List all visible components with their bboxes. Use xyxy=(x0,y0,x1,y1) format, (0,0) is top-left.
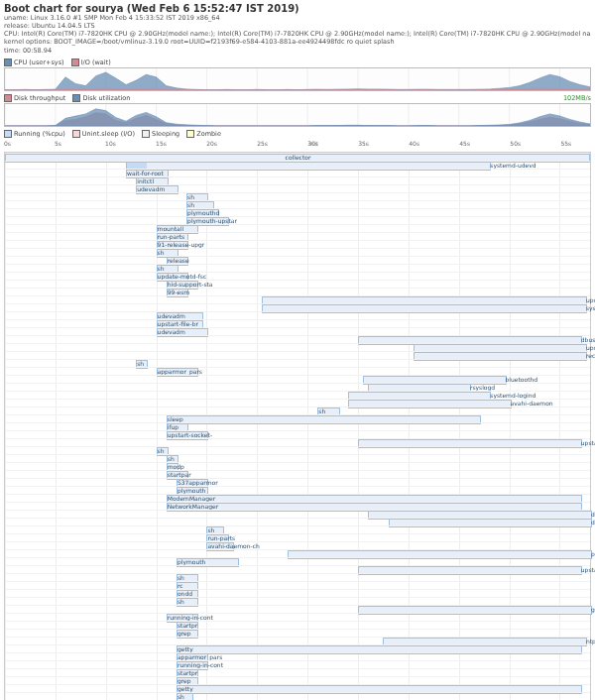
proc-label: startpr xyxy=(177,669,197,676)
gantt-row: systemd-logind xyxy=(5,391,590,399)
gantt-row: getty xyxy=(5,644,590,652)
proc-label: NetworkManager xyxy=(167,503,218,510)
proc-label: upstart-socket- xyxy=(580,566,595,573)
proc-label: running-in-cont xyxy=(167,614,213,621)
bootchart-header: Boot chart for sourya (Wed Feb 6 15:52:4… xyxy=(0,0,595,57)
proc-legend-run: Running (%cpu) xyxy=(14,130,65,138)
gantt-row: startpar xyxy=(5,470,590,478)
gantt-row: wait-for-root xyxy=(5,169,590,176)
time-axis: 0s5s10s15s20s25s30s35s40s45s50s55sinit xyxy=(4,140,591,150)
proc-label: grep xyxy=(177,677,191,684)
proc-label: ModemManager xyxy=(167,495,216,502)
gantt-row: running-in-cont xyxy=(5,613,590,621)
proc-legend-sleep: Sleeping xyxy=(152,130,179,138)
gantt-row: 91-release-upgr xyxy=(5,240,590,248)
proc-label: grep xyxy=(177,630,191,637)
gantt-row: bluetoothd xyxy=(5,375,590,383)
tick: 5s xyxy=(55,140,61,147)
gantt-row: dhclient xyxy=(5,510,590,518)
proc-label: getty xyxy=(177,645,193,652)
proc-label: upstart-file-br xyxy=(580,439,595,446)
proc-label: apparmor_pars xyxy=(157,368,202,375)
proc-label: plymouth xyxy=(177,487,206,494)
proc-label: dnsmasq xyxy=(590,519,595,525)
proc-label: sh xyxy=(317,408,325,414)
proc-label: systemd-logind xyxy=(489,392,536,399)
gantt-row: running-in-cont xyxy=(5,660,590,668)
disk-cap: 102MB/s xyxy=(563,94,591,102)
proc-label: rsyslogd xyxy=(469,384,495,391)
gantt-row-collector: collector xyxy=(5,153,590,161)
tick: 35s xyxy=(358,140,369,147)
proc-label: rc xyxy=(177,582,183,589)
proc-label: sleep xyxy=(167,415,183,422)
gantt-row: modp xyxy=(5,462,590,470)
proc-label: polkitd xyxy=(590,550,595,557)
gantt-row: hid-support-sta xyxy=(5,280,590,288)
proc-label: sh xyxy=(157,249,165,256)
proc-label: bluetoothd xyxy=(505,376,538,383)
gantt-row: upstart-d xyxy=(5,343,590,351)
gantt-row: run-parts xyxy=(5,232,590,240)
gantt-row: udevadm xyxy=(5,327,590,335)
proc-label: 99-esm xyxy=(167,289,189,295)
gantt-row: systemd-udevd xyxy=(5,303,590,311)
proc-label: upstart-udev-br xyxy=(585,296,595,303)
gantt-row: upstart-udev-br xyxy=(5,295,590,303)
gantt-row: rc xyxy=(5,581,590,589)
proc-label: 91-release-upgr xyxy=(157,241,205,248)
gantt-row: rsyslogd xyxy=(5,383,590,391)
proc-label: release xyxy=(167,257,189,264)
gantt-row: plymouth xyxy=(5,557,590,565)
proc-label: udevadm xyxy=(157,328,185,335)
proc-label: getty xyxy=(177,685,193,692)
proc-label: plymouthd xyxy=(186,209,219,216)
proc-label: mountall xyxy=(157,225,183,232)
tick: 45s xyxy=(459,140,470,147)
proc-label: upstart-socket- xyxy=(167,431,212,438)
gantt-row: sh xyxy=(5,200,590,208)
tick: 10s xyxy=(105,140,116,147)
gantt-row: NetworkManager xyxy=(5,502,590,510)
gantt-row: mountall xyxy=(5,224,590,232)
proc-label: ntpowerd xyxy=(585,638,595,644)
gantt-row: dbus-daemon xyxy=(5,335,590,343)
gantt-row: sh xyxy=(5,454,590,462)
gantt-row: sh xyxy=(5,359,590,367)
meta-cpu: CPU: Intel(R) Core(TM) i7-7820HK CPU @ 2… xyxy=(4,30,591,38)
cpu-legend-io: I/O (wait) xyxy=(81,58,111,66)
proc-label: plymouth-upstar xyxy=(186,217,237,224)
gantt-row: avahi-daemon xyxy=(5,399,590,407)
gantt-row: sh xyxy=(5,692,590,700)
gantt-row: grep xyxy=(5,629,590,637)
proc-label: sh xyxy=(186,201,194,208)
proc-label: sh xyxy=(157,447,165,454)
proc-label: sh xyxy=(186,193,194,200)
gantt-row: sh xyxy=(5,248,590,256)
proc-label: collector xyxy=(285,154,311,161)
disk-legend-util: Disk utilization xyxy=(82,94,130,102)
gantt-row: release xyxy=(5,256,590,264)
gantt-row: upstart-file-br xyxy=(5,438,590,446)
gantt-row: apparmor_pars xyxy=(5,367,590,375)
disk-chart xyxy=(4,103,591,127)
proc-label: hid-support-sta xyxy=(167,281,213,288)
proc-label: sh xyxy=(177,693,184,700)
proc-label: dhclient xyxy=(590,511,595,518)
disk-legend-thr: Disk throughput xyxy=(14,94,65,102)
proc-label: systemd-udevd xyxy=(585,304,595,311)
proc-label: udevadm xyxy=(136,185,165,192)
process-legend: Running (%cpu) Unint.sleep (I/O) Sleepin… xyxy=(4,130,591,138)
proc-label: getty xyxy=(590,606,595,613)
gantt-row: ondd xyxy=(5,589,590,597)
proc-label: sh xyxy=(177,574,184,581)
disk-legend: Disk throughput Disk utilization 102MB/s xyxy=(4,94,591,102)
proc-label: dbus-daemon xyxy=(580,336,595,343)
proc-label: sh xyxy=(167,455,175,462)
gantt-row: startpr xyxy=(5,621,590,629)
gantt-row: apparmor_pars xyxy=(5,652,590,660)
proc-label: run-parts xyxy=(157,233,185,240)
gantt-row: sh xyxy=(5,525,590,533)
gantt-row: dnsmasq xyxy=(5,518,590,525)
gantt-row: getty xyxy=(5,605,590,613)
